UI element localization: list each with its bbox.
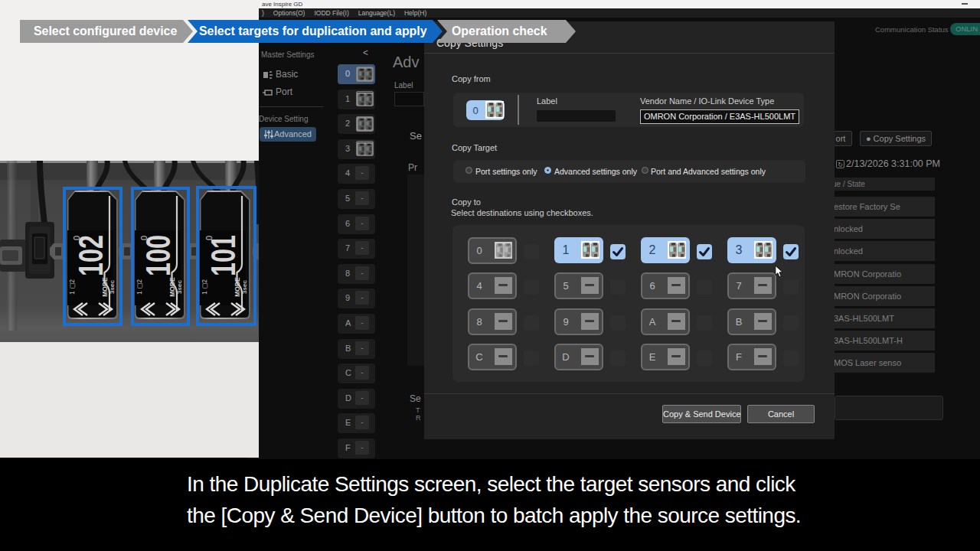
- svg-text:101: 101: [204, 235, 243, 276]
- svg-text:100: 100: [139, 235, 178, 276]
- svg-text:MODE: MODE: [234, 277, 241, 297]
- svg-text:0: 0: [204, 236, 214, 240]
- svg-text:1 ▢2: 1 ▢2: [68, 279, 76, 295]
- svg-text:0: 0: [139, 236, 149, 240]
- svg-text:3sec: 3sec: [176, 280, 183, 294]
- svg-text:3sec: 3sec: [241, 280, 248, 294]
- svg-text:3sec: 3sec: [109, 280, 116, 294]
- svg-text:MODE: MODE: [101, 277, 109, 297]
- svg-text:102: 102: [71, 235, 110, 276]
- svg-text:0: 0: [72, 236, 81, 240]
- svg-text:1 ▢2: 1 ▢2: [201, 279, 208, 295]
- svg-text:1 ▢2: 1 ▢2: [136, 279, 143, 295]
- svg-text:MODE: MODE: [168, 277, 176, 297]
